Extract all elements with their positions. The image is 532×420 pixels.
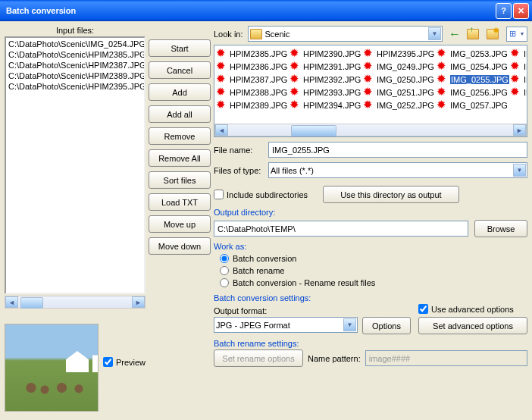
titlebar: Batch conversion ? ✕ bbox=[0, 0, 532, 21]
image-file-icon bbox=[289, 61, 302, 73]
image-file-icon bbox=[216, 86, 228, 99]
file-item[interactable]: HPIM2394.JPG bbox=[289, 99, 363, 111]
file-browser[interactable]: HPIM2385.JPGHPIM2386.JPGHPIM2387.JPGHPIM… bbox=[214, 45, 527, 137]
chevron-down-icon[interactable]: ▼ bbox=[428, 27, 441, 40]
image-file-icon bbox=[437, 99, 449, 111]
set-rename-options-button: Set rename options bbox=[214, 349, 303, 367]
file-item[interactable]: IMG_0256.JPG bbox=[437, 86, 510, 99]
file-item[interactable]: IMG_0253.JPG bbox=[437, 47, 510, 60]
chevron-down-icon[interactable]: ▼ bbox=[513, 164, 526, 177]
use-advanced-checkbox[interactable]: Use advanced options bbox=[418, 304, 527, 314]
use-directory-button[interactable]: Use this directory as output bbox=[323, 186, 459, 203]
files-of-type-label: Files of type: bbox=[214, 166, 262, 175]
options-button[interactable]: Options bbox=[362, 317, 411, 334]
file-item[interactable]: IMG_0292.JPG bbox=[510, 60, 527, 73]
include-subdirectories-checkbox[interactable]: Include subdirectories bbox=[214, 190, 308, 199]
preview-image bbox=[5, 324, 99, 412]
view-menu-icon[interactable]: ⊞▼ bbox=[506, 27, 527, 42]
file-item[interactable]: HPIM2392.JPG bbox=[289, 73, 363, 86]
look-in-combo[interactable]: Scenic ▼ bbox=[248, 26, 443, 42]
file-item[interactable]: IMG_0250.JPG bbox=[363, 73, 437, 86]
input-files-list[interactable]: C:\DataPhoto\Scenic\IMG_0254.JPGC:\DataP… bbox=[5, 36, 146, 294]
image-file-icon bbox=[437, 61, 449, 73]
work-as-label: Work as: bbox=[214, 242, 527, 251]
list-item[interactable]: C:\DataPhoto\Scenic\HPIM2389.JPG bbox=[7, 71, 143, 81]
image-file-icon bbox=[510, 61, 522, 73]
sort-files-button[interactable]: Sort files bbox=[149, 171, 211, 189]
file-item[interactable]: HPIM2395.JPG bbox=[363, 47, 437, 60]
file-item[interactable]: IMG_0254.JPG bbox=[437, 60, 510, 73]
file-item[interactable]: HPIM2385.JPG bbox=[216, 47, 289, 60]
start-button[interactable]: Start bbox=[149, 39, 211, 57]
remove-button[interactable]: Remove bbox=[149, 127, 211, 145]
file-item[interactable]: IMG_0249.JPG bbox=[363, 60, 437, 73]
preview-checkbox[interactable]: Preview bbox=[103, 357, 146, 367]
file-item[interactable]: HPIM2387.JPG bbox=[216, 73, 289, 86]
image-file-icon bbox=[289, 99, 302, 111]
file-item[interactable]: IMG_0258.JPG bbox=[510, 47, 527, 60]
file-item[interactable]: HPIM2388.JPG bbox=[216, 86, 289, 99]
cancel-button[interactable]: Cancel bbox=[149, 61, 211, 79]
image-file-icon bbox=[216, 61, 228, 73]
file-item[interactable]: IMG_0257.JPG bbox=[437, 99, 510, 111]
image-file-icon bbox=[437, 86, 449, 99]
folder-icon bbox=[250, 29, 262, 39]
help-button[interactable]: ? bbox=[496, 3, 512, 19]
browse-button[interactable]: Browse bbox=[474, 220, 527, 237]
scroll-right-icon[interactable]: ► bbox=[132, 296, 145, 308]
move-down-button[interactable]: Move down bbox=[149, 237, 211, 255]
scroll-right-icon[interactable]: ► bbox=[513, 124, 526, 136]
list-item[interactable]: C:\DataPhoto\Scenic\IMG_0254.JPG bbox=[7, 39, 143, 49]
remove-all-button[interactable]: Remove All bbox=[149, 149, 211, 167]
radio-batch-conversion-rename[interactable]: Batch conversion - Rename result files bbox=[220, 278, 527, 287]
input-files-label: Input files: bbox=[5, 26, 146, 35]
list-item[interactable]: C:\DataPhoto\Scenic\HPIM2395.JPG bbox=[7, 81, 143, 92]
load-txt-button[interactable]: Load TXT bbox=[149, 193, 211, 211]
input-files-hscroll[interactable]: ◄ ► bbox=[5, 296, 146, 309]
image-file-icon bbox=[216, 99, 228, 111]
image-file-icon bbox=[289, 48, 302, 60]
output-directory-input[interactable] bbox=[214, 221, 468, 237]
file-item[interactable]: IMG_0293.JPG bbox=[510, 73, 527, 86]
image-file-icon bbox=[289, 86, 302, 99]
set-advanced-button[interactable]: Set advanced options bbox=[418, 317, 527, 334]
move-up-button[interactable]: Move up bbox=[149, 215, 211, 233]
add-button[interactable]: Add bbox=[149, 83, 211, 101]
file-name-input[interactable] bbox=[268, 142, 527, 158]
new-folder-icon[interactable]: ✹ bbox=[487, 27, 502, 42]
file-item[interactable]: HPIM2390.JPG bbox=[289, 47, 363, 60]
list-item[interactable]: C:\DataPhoto\Scenic\HPIM2385.JPG bbox=[7, 49, 143, 60]
image-file-icon bbox=[437, 74, 449, 86]
file-browser-hscroll[interactable]: ◄ ► bbox=[214, 124, 527, 136]
scroll-left-icon[interactable]: ◄ bbox=[215, 124, 228, 136]
image-file-icon bbox=[510, 74, 522, 86]
name-pattern-input bbox=[365, 350, 527, 366]
scroll-left-icon[interactable]: ◄ bbox=[5, 296, 18, 308]
file-item[interactable]: IMG_0251.JPG bbox=[363, 86, 437, 99]
file-item[interactable]: IMG_0294.JPG bbox=[510, 86, 527, 99]
file-item[interactable]: HPIM2386.JPG bbox=[216, 60, 289, 73]
file-item[interactable]: HPIM2389.JPG bbox=[216, 99, 289, 111]
list-item[interactable]: C:\DataPhoto\Scenic\HPIM2387.JPG bbox=[7, 60, 143, 71]
chevron-down-icon[interactable]: ▼ bbox=[343, 318, 356, 331]
file-item[interactable]: HPIM2393.JPG bbox=[289, 86, 363, 99]
radio-batch-conversion[interactable]: Batch conversion bbox=[220, 254, 527, 263]
file-name-label: File name: bbox=[214, 146, 262, 155]
image-file-icon bbox=[363, 48, 375, 60]
image-file-icon bbox=[363, 61, 375, 73]
close-button[interactable]: ✕ bbox=[513, 3, 529, 19]
window-title: Batch conversion bbox=[3, 6, 494, 15]
radio-batch-rename[interactable]: Batch rename bbox=[220, 266, 527, 275]
file-item[interactable]: IMG_0252.JPG bbox=[363, 99, 437, 111]
up-one-level-icon[interactable]: ↑ bbox=[467, 27, 482, 42]
image-file-icon bbox=[510, 48, 522, 60]
output-format-combo[interactable]: JPG - JPEG Format ▼ bbox=[214, 317, 358, 333]
image-file-icon bbox=[216, 48, 228, 60]
add-all-button[interactable]: Add all bbox=[149, 105, 211, 123]
back-icon[interactable]: ← bbox=[447, 27, 462, 42]
files-of-type-combo[interactable]: All files (*.*) ▼ bbox=[268, 162, 527, 178]
image-file-icon bbox=[363, 74, 375, 86]
file-item[interactable]: HPIM2391.JPG bbox=[289, 60, 363, 73]
file-item[interactable]: IMG_0255.JPG bbox=[437, 73, 510, 86]
batch-rename-settings-label: Batch rename settings: bbox=[214, 339, 527, 348]
